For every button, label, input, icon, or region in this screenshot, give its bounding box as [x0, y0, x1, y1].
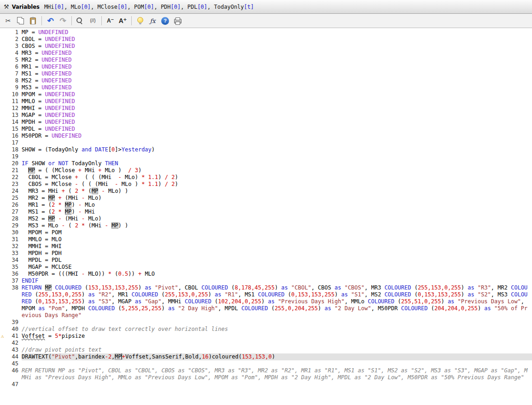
code-text[interactable]: ENDIF — [22, 278, 532, 284]
paste-button[interactable] — [27, 15, 39, 27]
line-number: 40 — [0, 326, 22, 333]
code-line: 9MS3 = UNDEFINED — [0, 84, 532, 91]
print-button[interactable] — [171, 15, 184, 27]
code-text[interactable]: MR1 = (2 * MP) - MLo — [22, 202, 532, 208]
code-text[interactable]: M50PDR = (((MHI - MLO)) * (0.5)) + MLO — [22, 271, 532, 278]
line-number: 37 — [0, 278, 22, 284]
line-number: 7 — [0, 70, 22, 77]
toggle-comment-button[interactable]: (//) — [87, 15, 99, 27]
code-text[interactable]: MMHI = UNDEFINED — [22, 105, 532, 112]
code-line: 25 MR2 = MP + (MHi - MLo) — [0, 195, 532, 202]
code-text[interactable]: MR1 = UNDEFINED — [22, 64, 532, 70]
variables-label: Variables — [12, 4, 40, 10]
line-number: 12 — [0, 105, 22, 112]
code-line: 5MR2 = UNDEFINED — [0, 57, 532, 64]
line-number: 39 — [0, 319, 22, 326]
code-text[interactable]: MGAP = MCLOSE — [22, 264, 532, 271]
code-text[interactable]: MMLO = UNDEFINED — [22, 98, 532, 105]
code-line: 45 — [0, 360, 532, 367]
code-text[interactable]: SHOW = (TodayOnly and DATE[0]>Yesterday) — [22, 146, 532, 153]
code-text[interactable]: MPDL = PDL — [22, 257, 532, 264]
line-number: 20 — [0, 160, 22, 167]
code-text[interactable]: IF SHOW or NOT TodayOnly THEN — [22, 160, 532, 167]
code-text[interactable]: //draw pivot points text — [22, 347, 532, 353]
code-text[interactable] — [22, 340, 532, 347]
font-increase-icon: A⁺ — [119, 17, 127, 24]
line-number: ⚠41 — [0, 333, 22, 340]
code-text[interactable]: MP = UNDEFINED — [22, 29, 532, 36]
variable-chip: MLo[0] — [71, 4, 91, 10]
code-line: 1MP = UNDEFINED — [0, 29, 532, 36]
code-text[interactable]: MMLO = MLO — [22, 236, 532, 243]
lightbulb-icon — [137, 17, 143, 23]
line-number: 30 — [0, 229, 22, 236]
code-text[interactable]: MPOM = POM — [22, 229, 532, 236]
code-text[interactable]: MR3 = MHi + ( 2 * (MP - MLo) ) — [22, 188, 532, 195]
variable-name: MClose — [98, 4, 117, 10]
line-number: 34 — [0, 257, 22, 264]
code-text[interactable]: //vertical offset to draw text correctly… — [22, 326, 532, 333]
variable-index: [0] — [144, 4, 154, 10]
code-text[interactable]: CBOS = MClose - ( ( (MHi - MLo ) * 1.1) … — [22, 181, 532, 188]
insert-function-button[interactable]: ƒx — [146, 15, 159, 27]
code-line: 31 MMLO = MLO — [0, 236, 532, 243]
code-text[interactable]: MR3 = UNDEFINED — [22, 50, 532, 57]
code-text[interactable]: DRAWTEXT("Pivot",barindex-2,MP+Voffset,S… — [22, 353, 532, 360]
code-text[interactable]: MS1 = UNDEFINED — [22, 70, 532, 77]
code-text[interactable] — [22, 360, 532, 367]
hint-button[interactable] — [134, 15, 146, 27]
code-line: 22 CBOL = MClose + ( ( (MHi - MLo) * 1.1… — [0, 174, 532, 181]
code-text[interactable] — [22, 381, 532, 388]
code-text[interactable]: REM RETURN MP as "Pivot", CBOL as "CBOL"… — [22, 367, 532, 381]
search-button[interactable] — [74, 15, 87, 27]
code-text[interactable] — [22, 153, 532, 160]
code-text[interactable]: CBOS = UNDEFINED — [22, 43, 532, 50]
code-text[interactable]: MR2 = MP + (MHi - MLo) — [22, 195, 532, 202]
line-number: 22 — [0, 174, 22, 181]
line-number: 45 — [0, 360, 22, 367]
code-text[interactable]: MS3 = MLo - ( 2 * (MHi - MP) ) — [22, 222, 532, 229]
line-number: 1 — [0, 29, 22, 36]
warning-icon[interactable]: ⚠ — [1, 333, 4, 340]
font-decrease-button[interactable]: A⁻ — [104, 15, 117, 27]
code-line: 29 MS3 = MLo - ( 2 * (MHi - MP) ) — [0, 222, 532, 229]
code-text[interactable]: MPDL = UNDEFINED — [22, 126, 532, 133]
code-line: 11MMLO = UNDEFINED — [0, 98, 532, 105]
code-text[interactable]: Voffset = 5*pipsize — [22, 333, 532, 340]
line-number: 9 — [0, 84, 22, 91]
cut-button[interactable]: ✂ — [2, 15, 14, 27]
code-text[interactable]: MGAP = UNDEFINED — [22, 112, 532, 119]
code-text[interactable]: MPDH = UNDEFINED — [22, 119, 532, 126]
code-editor[interactable]: 1MP = UNDEFINED2CBOL = UNDEFINED3CBOS = … — [0, 28, 532, 388]
redo-button[interactable]: ↷ — [57, 15, 69, 27]
font-increase-button[interactable]: A⁺ — [117, 15, 129, 27]
code-text[interactable]: MP = ( (MClose + MHi + MLo ) / 3) — [22, 167, 532, 174]
code-line: 14MPDH = UNDEFINED — [0, 119, 532, 126]
help-button[interactable]: ? — [159, 15, 171, 27]
code-text[interactable]: MMHI = MHI — [22, 243, 532, 250]
code-text[interactable]: M50PDR = UNDEFINED — [22, 133, 532, 139]
code-text[interactable]: MPDH = PDH — [22, 250, 532, 257]
code-line: 23 CBOS = MClose - ( ( (MHi - MLo ) * 1.… — [0, 181, 532, 188]
line-number: 42 — [0, 340, 22, 347]
code-text[interactable] — [22, 139, 532, 146]
code-text[interactable]: MR2 = UNDEFINED — [22, 57, 532, 64]
line-number: 2 — [0, 36, 22, 43]
code-text[interactable]: CBOL = MClose + ( ( (MHi - MLo) * 1.1) /… — [22, 174, 532, 181]
variable-chip: POM[0] — [134, 4, 154, 10]
code-text[interactable]: CBOL = UNDEFINED — [22, 36, 532, 43]
toolbar-separator — [131, 16, 132, 25]
code-text[interactable]: MPOM = UNDEFINED — [22, 91, 532, 98]
code-text[interactable]: MS2 = UNDEFINED — [22, 77, 532, 84]
code-line: 19 — [0, 153, 532, 160]
code-text[interactable]: MS2 = MP - (MHi - MLo) — [22, 215, 532, 222]
code-line: 32 MMHI = MHI — [0, 243, 532, 250]
code-text[interactable]: MS3 = UNDEFINED — [22, 84, 532, 91]
code-text[interactable]: RETURN MP COLOURED (153,153,153,255) as … — [22, 284, 532, 319]
code-text[interactable] — [22, 319, 532, 326]
code-text[interactable]: MS1 = (2 * MP) - MHi — [22, 208, 532, 215]
undo-button[interactable]: ↶ — [44, 15, 57, 27]
code-line: 21 MP = ( (MClose + MHi + MLo ) / 3) — [0, 167, 532, 174]
fx-icon: ƒx — [150, 18, 155, 24]
copy-button[interactable] — [14, 15, 27, 27]
